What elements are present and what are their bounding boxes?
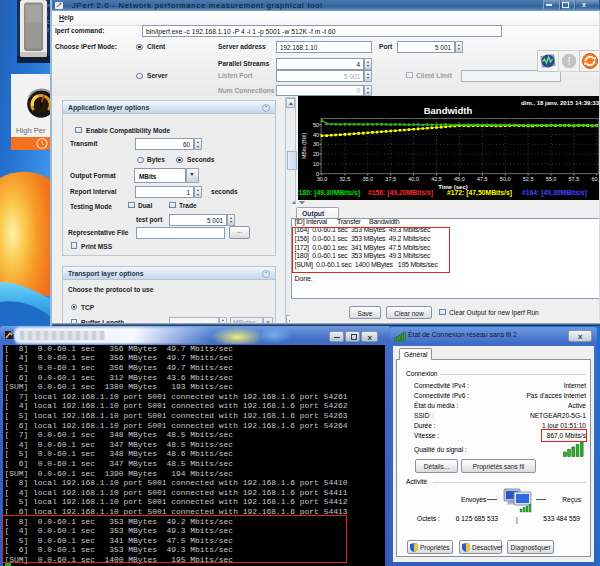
svg-text:!: ! [567,56,570,67]
svg-text:42,5: 42,5 [431,176,442,182]
svg-text:32,5: 32,5 [340,176,351,182]
svg-text:37,5: 37,5 [385,176,396,182]
svg-text:10: 10 [313,161,319,167]
svg-text:30,0: 30,0 [317,176,328,182]
svg-text:#172: [47,50MBits/s]: #172: [47,50MBits/s] [447,189,512,197]
svg-text:Bandwidth: Bandwidth [424,105,473,116]
svg-text:57,5: 57,5 [569,176,580,182]
svg-text:45,0: 45,0 [454,176,465,182]
svg-text:40: 40 [313,132,319,138]
svg-text:#180: [49,30MBits/s]: #180: [49,30MBits/s] [298,189,360,197]
svg-text:50: 50 [313,122,319,128]
svg-text:MBits (BW): MBits (BW) [301,133,307,159]
svg-text:52,5: 52,5 [523,176,534,182]
svg-text:dim., 18 janv. 2015 14:39:33: dim., 18 janv. 2015 14:39:33 [521,100,600,106]
svg-text:30: 30 [313,141,319,147]
svg-text:#156: [49,20MBits/s]: #156: [49,20MBits/s] [368,189,433,197]
svg-text:40,0: 40,0 [408,176,419,182]
svg-text:47,5: 47,5 [477,176,488,182]
svg-text:50,0: 50,0 [500,176,511,182]
svg-text:#164: [49,30MBits/s]: #164: [49,30MBits/s] [522,189,587,197]
svg-text:35,0: 35,0 [362,176,373,182]
svg-text:20: 20 [313,151,319,157]
svg-text:55,0: 55,0 [546,176,557,182]
svg-text:High Per: High Per [16,126,46,135]
